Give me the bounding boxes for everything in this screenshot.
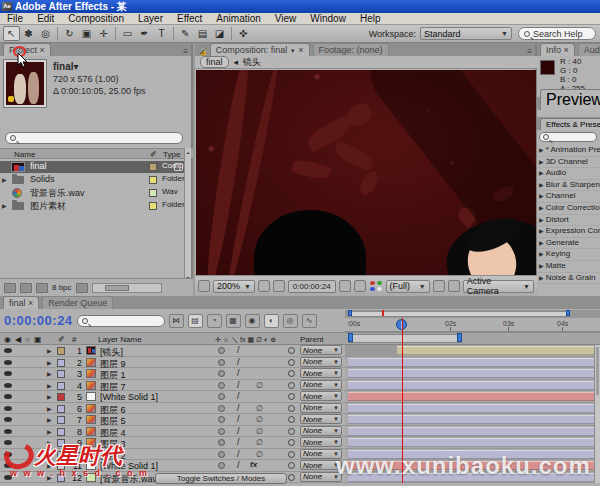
timeline-overview-strip[interactable] (345, 310, 600, 318)
layer-row-2[interactable]: ▶ 2 图层 9 / None▼ (0, 357, 345, 369)
effects-cat-distort[interactable]: ▶Distort (537, 215, 600, 227)
layer-bar[interactable] (397, 346, 594, 355)
menu-composition[interactable]: Composition (61, 13, 131, 24)
menu-layer[interactable]: Layer (131, 13, 170, 24)
layer-row-5[interactable]: ▶ 5 [White Solid 1] / None▼ (0, 391, 345, 403)
tab-render-queue[interactable]: Render Queue (42, 296, 113, 309)
pan-behind-tool-icon[interactable]: ✛ (95, 26, 112, 41)
parent-dropdown[interactable]: None▼ (300, 403, 342, 413)
always-preview-icon[interactable] (198, 280, 210, 292)
eye-icon[interactable] (4, 475, 12, 480)
pickwhip-icon[interactable] (288, 347, 295, 354)
playhead-line[interactable] (402, 318, 403, 483)
layer-bar[interactable] (348, 381, 594, 390)
effects-cat-audio[interactable]: ▶Audio (537, 168, 600, 180)
parent-dropdown[interactable]: None▼ (300, 391, 342, 401)
eye-icon[interactable] (4, 383, 12, 388)
menu-animation[interactable]: Animation (209, 13, 267, 24)
tab-footage[interactable]: Footage: (none) (313, 43, 389, 56)
effects-cat-expression-controls[interactable]: ▶Expression Controls (537, 226, 600, 238)
eye-icon[interactable] (4, 463, 12, 468)
effects-search-input[interactable] (539, 132, 597, 142)
layer-bar[interactable] (348, 358, 594, 367)
layer-bar[interactable] (348, 392, 594, 401)
menu-effect[interactable]: Effect (170, 13, 209, 24)
project-item-final[interactable]: final Comp (0, 161, 186, 173)
pickwhip-icon[interactable] (288, 428, 295, 435)
track-area[interactable] (345, 345, 594, 483)
type-tool-icon[interactable]: T (153, 26, 170, 41)
layer-row-3[interactable]: ▶ 3 图层 1 / None▼ (0, 368, 345, 380)
label-swatch[interactable] (57, 474, 65, 482)
layer-bar[interactable] (348, 461, 594, 470)
pickwhip-icon[interactable] (288, 474, 295, 481)
pickwhip-icon[interactable] (288, 359, 295, 366)
layer-row-6[interactable]: ▶ 6 图层 6 /∅ None▼ (0, 403, 345, 415)
layer-row-8[interactable]: ▶ 8 图层 4 /∅ None▼ (0, 426, 345, 438)
draft-3d-icon[interactable]: ▤ (188, 314, 203, 328)
label-swatch[interactable] (149, 163, 157, 171)
breadcrumb-current[interactable]: 镜头 (243, 56, 261, 69)
project-hscrollbar[interactable] (92, 283, 162, 293)
tab-timeline-final[interactable]: final × (3, 296, 39, 309)
current-timecode[interactable]: 0:00:00:24 (4, 313, 73, 328)
zoom-tool-icon[interactable]: ◎ (37, 26, 54, 41)
project-list-header[interactable]: Name ✐ Type (0, 148, 193, 159)
layer-row-1[interactable]: ▶ 1 [镜头] / None▼ (0, 345, 345, 357)
parent-dropdown[interactable]: None▼ (300, 414, 342, 424)
pickwhip-icon[interactable] (288, 451, 295, 458)
layer-bar[interactable] (348, 473, 594, 482)
label-swatch[interactable] (57, 359, 65, 367)
camera-dropdown[interactable]: Active Camera▼ (463, 280, 534, 293)
parent-dropdown[interactable]: None▼ (300, 472, 342, 482)
layer-row-7[interactable]: ▶ 7 图层 5 /∅ None▼ (0, 414, 345, 426)
project-item-images[interactable]: ▶ 图片素材 Folder (0, 200, 186, 212)
pickwhip-icon[interactable] (288, 416, 295, 423)
quality-switch[interactable] (218, 382, 225, 389)
new-folder-icon[interactable] (20, 283, 32, 293)
rotation-tool-icon[interactable]: ↻ (61, 26, 78, 41)
motion-blur-icon[interactable]: ◉ (245, 314, 260, 328)
eye-icon[interactable] (4, 452, 12, 457)
layer-row-10[interactable]: ▶ 10 图层 2 /∅ None▼ (0, 449, 345, 461)
expand-icon[interactable]: ▶ (2, 202, 7, 209)
quality-switch[interactable] (218, 405, 225, 412)
time-ruler[interactable]: :00s 02s 03s 04s (345, 318, 600, 332)
timeline-vscrollbar[interactable] (594, 345, 600, 483)
panel-menu-icon[interactable]: ≡ (183, 47, 188, 56)
project-item-solids[interactable]: ▶ Solids Folder (0, 174, 186, 186)
breadcrumb-final[interactable]: final (200, 56, 229, 68)
expand-icon[interactable]: ▶ (2, 176, 7, 183)
quality-switch[interactable] (218, 451, 225, 458)
layer-bar[interactable] (348, 450, 594, 459)
interpret-footage-icon[interactable] (4, 283, 16, 293)
parent-dropdown[interactable]: None▼ (300, 368, 342, 378)
label-swatch[interactable] (149, 202, 157, 210)
tab-preview[interactable]: Preview × (540, 89, 600, 110)
auto-keyframe-icon[interactable]: ◎ (283, 314, 298, 328)
project-item-music[interactable]: 背景音乐.wav Wav (0, 187, 186, 199)
comp-viewer[interactable]: ✦ ✦ ✦ ✦ (196, 70, 536, 275)
effects-cat-generate[interactable]: ▶Generate (537, 238, 600, 250)
show-channel-icon[interactable] (369, 280, 383, 292)
eye-icon[interactable] (4, 394, 12, 399)
effects-cat-matte[interactable]: ▶Matte (537, 261, 600, 273)
parent-dropdown[interactable]: None▼ (300, 437, 342, 447)
tab-composition-final[interactable]: Composition: final ▼ × (210, 43, 310, 56)
label-swatch[interactable] (149, 176, 157, 184)
pickwhip-icon[interactable] (288, 370, 295, 377)
label-swatch[interactable] (57, 382, 65, 390)
search-help-box[interactable]: Search Help (518, 27, 596, 40)
brush-tool-icon[interactable]: ✎ (177, 26, 194, 41)
magnification-dropdown[interactable]: 200%▼ (213, 280, 255, 293)
effects-cat-blur-sharpen[interactable]: ▶Blur & Sharpen (537, 180, 600, 192)
lock-icon[interactable]: 🔏 (198, 48, 207, 56)
layer-bar[interactable] (348, 438, 594, 447)
hand-tool-icon[interactable]: ✽ (20, 26, 37, 41)
clone-stamp-tool-icon[interactable]: ▤ (194, 26, 211, 41)
quality-switch[interactable] (218, 439, 225, 446)
label-swatch[interactable] (57, 451, 65, 459)
label-swatch[interactable] (57, 462, 65, 470)
toggle-switches-modes-button[interactable]: Toggle Switches / Modes (155, 473, 287, 484)
work-area-start-handle[interactable] (348, 333, 353, 342)
